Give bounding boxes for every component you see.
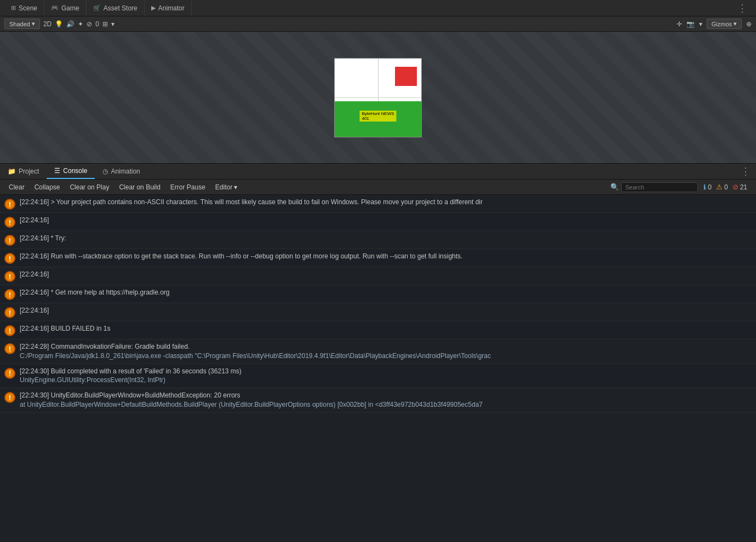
- crosshair-icon[interactable]: ✛: [677, 20, 682, 28]
- log-warning-icon: !: [4, 199, 15, 210]
- log-text: [22:24:28] CommandInvokationFailure: Gra…: [20, 342, 752, 361]
- shaded-label: Shaded: [9, 21, 30, 27]
- tab-project[interactable]: 📁 Project: [0, 164, 47, 179]
- info-icon: ℹ: [703, 183, 706, 191]
- game-icon: 🎮: [51, 4, 59, 11]
- log-entry[interactable]: ![22:24:16]: [0, 267, 756, 285]
- error-counter[interactable]: ⊘ 21: [732, 183, 747, 191]
- animator-icon: ▶: [151, 4, 156, 11]
- search-icon: 🔍: [610, 183, 619, 191]
- animation-icon: ◷: [102, 168, 108, 175]
- panel-tab-more[interactable]: ⋮: [735, 165, 756, 177]
- tab-more-button[interactable]: ⋮: [733, 2, 752, 14]
- log-text: [22:24:16]: [20, 270, 752, 279]
- log-text: [22:24:16] > Your project path contains …: [20, 198, 752, 207]
- log-warning-icon: !: [4, 271, 15, 282]
- snap-icon[interactable]: ⊕: [746, 20, 752, 28]
- scene-toolbar-right: ✛ 📷 ▾ Gizmos ▾ ⊕: [677, 19, 752, 29]
- log-entry[interactable]: ![22:24:16] BUILD FAILED in 1s: [0, 321, 756, 339]
- warning-counter[interactable]: ⚠ 0: [716, 183, 728, 191]
- console-container: ![22:24:16] > Your project path contains…: [0, 195, 756, 542]
- canvas-green-area: ByteHunt NEWS401: [335, 101, 421, 137]
- tab-scene[interactable]: ⊞ Scene: [4, 0, 44, 16]
- warning-count: 0: [724, 183, 728, 191]
- log-text: [22:24:16] * Get more help at https://he…: [20, 288, 752, 297]
- info-count: 0: [708, 183, 712, 191]
- shaded-dropdown[interactable]: Shaded ▾: [4, 19, 40, 29]
- scene-viewport: ByteHunt NEWS401: [0, 32, 756, 163]
- hidden-icon[interactable]: ⊘: [87, 20, 92, 28]
- log-text: [22:24:30] Build completed with a result…: [20, 367, 752, 385]
- scene-toolbar-left: Shaded ▾ 2D 💡 🔊 ✦ ⊘ 0 ⊞ ▾: [4, 19, 673, 29]
- error-pause-button[interactable]: Error Pause: [166, 182, 210, 192]
- error-icon: ⊘: [732, 183, 738, 191]
- log-text: [22:24:16] BUILD FAILED in 1s: [20, 324, 752, 333]
- log-warning-icon: !: [4, 253, 15, 264]
- canvas-label: ByteHunt NEWS401: [359, 111, 396, 122]
- clear-on-build-button[interactable]: Clear on Build: [114, 182, 164, 192]
- console-search-input[interactable]: [621, 182, 698, 192]
- log-warning-icon: !: [4, 368, 15, 379]
- log-text: [22:24:30] UnityEditor.BuildPlayerWindow…: [20, 391, 752, 410]
- bottom-panel-tabs: 📁 Project ☰ Console ◷ Animation ⋮: [0, 163, 756, 180]
- editor-tab-bar: ⊞ Scene 🎮 Game 🛒 Asset Store ▶ Animator …: [0, 0, 756, 16]
- camera-icon[interactable]: 📷: [686, 20, 695, 28]
- log-warning-icon: !: [4, 307, 15, 318]
- log-entry[interactable]: ![22:24:16] > Your project path contains…: [0, 195, 756, 213]
- log-warning-icon: !: [4, 392, 15, 403]
- log-warning-icon: !: [4, 289, 15, 300]
- sound-icon[interactable]: 🔊: [66, 20, 75, 28]
- scene-icon: ⊞: [11, 4, 16, 11]
- info-counter[interactable]: ℹ 0: [703, 183, 712, 191]
- project-icon: 📁: [8, 168, 16, 175]
- tab-animator-label: Animator: [158, 4, 185, 12]
- log-entry[interactable]: ![22:24:30] Build completed with a resul…: [0, 364, 756, 389]
- log-entry[interactable]: ![22:24:16] * Try:: [0, 231, 756, 249]
- clear-button[interactable]: Clear: [4, 182, 29, 192]
- grid-chevron[interactable]: ▾: [111, 20, 114, 28]
- warning-icon: ⚠: [716, 183, 723, 191]
- log-entry[interactable]: ![22:24:16] Run with --stacktrace option…: [0, 249, 756, 267]
- log-text: [22:24:16] * Try:: [20, 234, 752, 243]
- log-text: [22:24:16]: [20, 216, 752, 225]
- tab-asset-store-label: Asset Store: [104, 4, 138, 12]
- log-entry[interactable]: ![22:24:28] CommandInvokationFailure: Gr…: [0, 339, 756, 364]
- tab-project-label: Project: [19, 168, 39, 175]
- log-warning-icon: !: [4, 235, 15, 246]
- tab-console[interactable]: ☰ Console: [47, 164, 95, 179]
- console-log[interactable]: ![22:24:16] > Your project path contains…: [0, 195, 756, 542]
- tab-asset-store[interactable]: 🛒 Asset Store: [87, 0, 145, 16]
- error-count: 21: [740, 183, 747, 191]
- log-entry[interactable]: ![22:24:16] * Get more help at https://h…: [0, 285, 756, 303]
- 2d-button[interactable]: 2D: [43, 20, 51, 28]
- editor-label: Editor: [215, 183, 232, 191]
- clear-on-play-button[interactable]: Clear on Play: [65, 182, 113, 192]
- tab-console-label: Console: [63, 167, 87, 175]
- tab-scene-label: Scene: [19, 4, 37, 12]
- light-icon[interactable]: 💡: [55, 20, 63, 28]
- gizmos-button[interactable]: Gizmos ▾: [707, 19, 742, 29]
- log-warning-icon: !: [4, 217, 15, 228]
- log-entry[interactable]: ![22:24:16]: [0, 213, 756, 231]
- editor-chevron: ▾: [234, 183, 237, 191]
- tab-game[interactable]: 🎮 Game: [44, 0, 87, 16]
- tab-animation[interactable]: ◷ Animation: [95, 164, 147, 179]
- log-text: [22:24:16] Run with --stacktrace option …: [20, 252, 752, 261]
- log-entry[interactable]: ![22:24:30] UnityEditor.BuildPlayerWindo…: [0, 388, 756, 413]
- console-search-area: 🔍: [610, 182, 698, 192]
- effects-icon[interactable]: ✦: [78, 20, 83, 28]
- tab-animation-label: Animation: [111, 168, 140, 175]
- gizmos-chevron[interactable]: ▾: [699, 20, 702, 28]
- grid-icon[interactable]: ⊞: [102, 20, 108, 28]
- log-entry[interactable]: ![22:24:16]: [0, 303, 756, 321]
- scene-canvas: ByteHunt NEWS401: [334, 58, 422, 137]
- tab-game-label: Game: [61, 4, 79, 12]
- editor-dropdown[interactable]: Editor ▾: [211, 182, 242, 192]
- log-warning-icon: !: [4, 325, 15, 336]
- store-icon: 🛒: [93, 4, 101, 11]
- scene-toolbar: Shaded ▾ 2D 💡 🔊 ✦ ⊘ 0 ⊞ ▾ ✛ 📷 ▾ Gizmos ▾…: [0, 16, 756, 32]
- tab-animator[interactable]: ▶ Animator: [145, 0, 192, 16]
- shaded-chevron: ▾: [32, 20, 35, 27]
- collapse-button[interactable]: Collapse: [30, 182, 65, 192]
- log-warning-icon: !: [4, 343, 15, 354]
